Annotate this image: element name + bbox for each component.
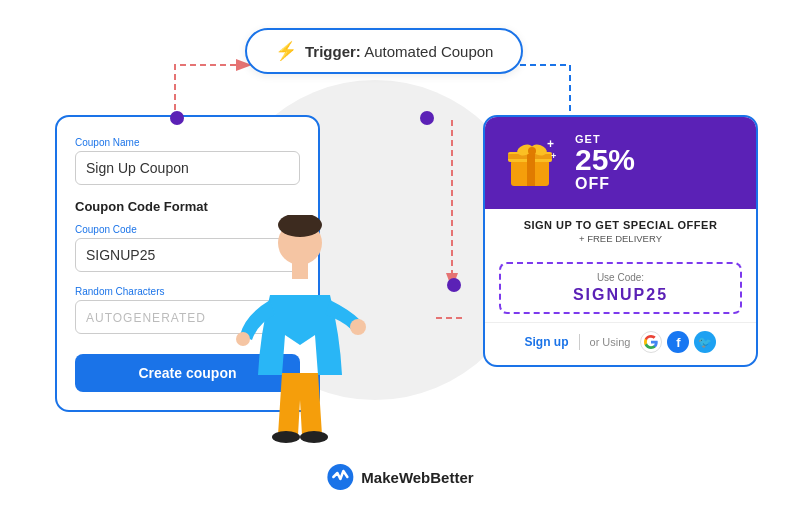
brand-name: MakeWebBetter: [361, 469, 473, 486]
signup-title: SIGN UP TO GET SPECIAL OFFER: [499, 219, 742, 231]
gift-icon: + +: [503, 134, 561, 192]
coupon-display-panel: + + GET 25% OFF SIGN UP TO GET SPECIAL O…: [483, 115, 758, 367]
connector-dot-3: [447, 278, 461, 292]
svg-point-12: [350, 319, 366, 335]
brand-logo: [326, 463, 354, 491]
coupon-name-group: Coupon Name: [75, 137, 300, 185]
svg-point-14: [272, 431, 300, 443]
signup-footer: Sign up or Using f 🐦: [485, 322, 756, 365]
google-icon[interactable]: [640, 331, 662, 353]
footer-divider: [579, 334, 580, 350]
social-icons: f 🐦: [640, 331, 716, 353]
gift-icon-wrap: + +: [503, 134, 561, 192]
svg-rect-11: [292, 263, 308, 279]
svg-point-13: [236, 332, 250, 346]
coupon-offer-box: + + GET 25% OFF: [485, 117, 756, 209]
twitter-icon[interactable]: 🐦: [694, 331, 716, 353]
coupon-signup-section: SIGN UP TO GET SPECIAL OFFER + FREE DELI…: [485, 209, 756, 254]
svg-point-6: [528, 147, 536, 155]
trigger-label: Trigger: Automated Coupon: [305, 43, 493, 60]
svg-point-15: [300, 431, 328, 443]
trigger-box: ⚡ Trigger: Automated Coupon: [245, 28, 523, 74]
or-using-text: or Using: [590, 336, 631, 348]
coupon-code-format-title: Coupon Code Format: [75, 199, 300, 214]
facebook-icon[interactable]: f: [667, 331, 689, 353]
connector-dot-1: [170, 111, 184, 125]
person-svg: [230, 215, 370, 445]
offer-text: GET 25% OFF: [575, 133, 635, 193]
signup-link[interactable]: Sign up: [525, 335, 569, 349]
free-delivery-text: + FREE DELIVERY: [499, 233, 742, 244]
coupon-name-input[interactable]: [75, 151, 300, 185]
code-box: Use Code: SIGNUP25: [499, 262, 742, 314]
offer-percent: 25%: [575, 145, 635, 175]
connector-dot-2: [420, 111, 434, 125]
svg-text:+: +: [547, 137, 554, 151]
use-code-label: Use Code:: [513, 272, 728, 283]
coupon-name-label: Coupon Name: [75, 137, 300, 148]
footer-brand: MakeWebBetter: [326, 463, 473, 491]
offer-off: OFF: [575, 175, 635, 193]
svg-rect-3: [508, 154, 552, 159]
code-value: SIGNUP25: [513, 286, 728, 304]
bolt-icon: ⚡: [275, 40, 297, 62]
svg-text:+: +: [551, 151, 556, 161]
person-figure: [230, 215, 370, 445]
